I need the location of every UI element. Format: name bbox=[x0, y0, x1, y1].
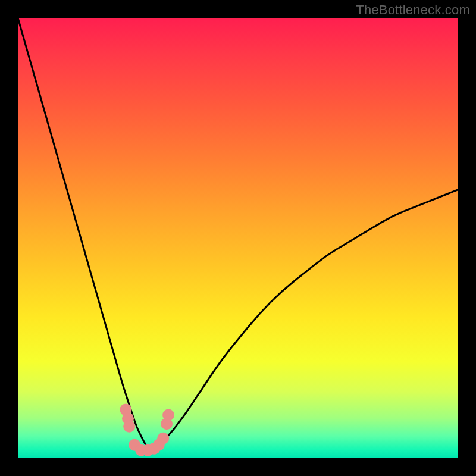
plot-area bbox=[18, 18, 458, 458]
highlight-marker bbox=[157, 433, 169, 444]
highlight-marker bbox=[123, 421, 135, 433]
highlight-markers bbox=[120, 404, 174, 456]
highlight-marker bbox=[162, 409, 174, 421]
chart-svg bbox=[18, 18, 458, 458]
outer-frame: TheBottleneck.com bbox=[0, 0, 476, 476]
bottleneck-curve bbox=[18, 18, 458, 449]
watermark-text: TheBottleneck.com bbox=[356, 2, 470, 18]
